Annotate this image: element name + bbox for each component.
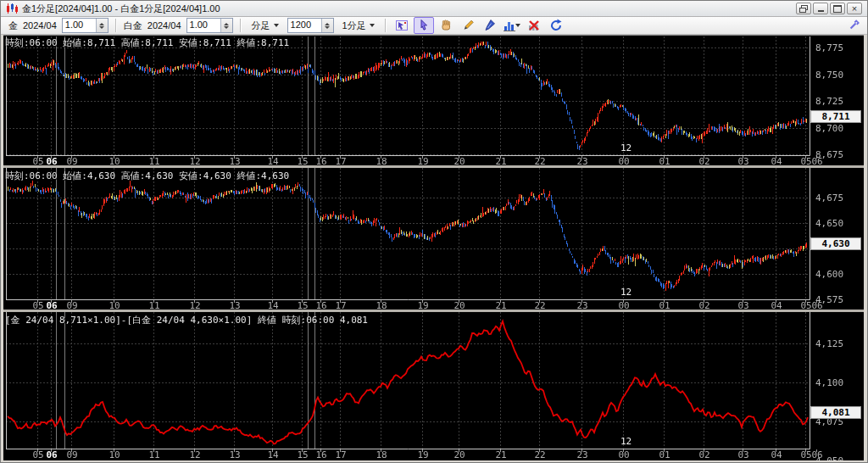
gold-multiplier-spinner[interactable]: 1.00 bbox=[62, 18, 108, 33]
pencil-draw-tool-button[interactable] bbox=[458, 17, 478, 34]
time-axis-label: 06 bbox=[807, 301, 827, 310]
time-axis-label: 23 bbox=[572, 301, 593, 310]
time-axis-label: 03 bbox=[733, 157, 754, 166]
window-title: 金1分足[2024/04]1.00 - 白金1分足[2024/04]1.00 bbox=[22, 3, 220, 15]
gold-multiplier-value[interactable]: 1.00 bbox=[63, 19, 96, 32]
float-window-button[interactable] bbox=[796, 3, 811, 14]
time-axis-label: 13 bbox=[225, 450, 245, 460]
window-controls: × bbox=[796, 3, 867, 14]
time-axis-label: 13 bbox=[225, 301, 245, 310]
y-axis-label: 8,750 bbox=[815, 70, 843, 80]
time-axis-label: 21 bbox=[491, 157, 511, 166]
price-charts-canvas[interactable] bbox=[3, 35, 864, 460]
close-button[interactable]: × bbox=[847, 3, 862, 14]
chart-window: 金1分足[2024/04]1.00 - 白金1分足[2024/04]1.00 ×… bbox=[0, 0, 868, 463]
y-axis-label: 8,725 bbox=[815, 97, 843, 106]
time-axis-label: 06 bbox=[807, 450, 827, 460]
y-axis-label: 4,100 bbox=[815, 378, 843, 388]
time-axis-label: 09 bbox=[62, 301, 82, 310]
minimize-button[interactable] bbox=[813, 3, 828, 14]
settings-wrench-icon[interactable] bbox=[848, 19, 860, 33]
bar-count-arrows[interactable] bbox=[321, 19, 333, 32]
crosshair-chart-icon bbox=[395, 19, 409, 32]
time-axis-label: 06 bbox=[42, 301, 62, 310]
chevron-down-icon bbox=[274, 24, 279, 27]
refresh-icon bbox=[549, 19, 563, 32]
clear-drawings-button[interactable] bbox=[524, 17, 544, 34]
chart-area: 時刻:06:00 始値:8,711 高値:8,711 安値:8,711 終値:8… bbox=[3, 35, 864, 460]
time-axis-label: 11 bbox=[144, 157, 164, 166]
time-axis-label: 04 bbox=[766, 157, 787, 166]
y-axis-label: 8,775 bbox=[815, 43, 843, 53]
time-axis-label: 17 bbox=[331, 157, 351, 166]
time-axis-label: 19 bbox=[413, 301, 433, 310]
toolbar-separator bbox=[385, 19, 387, 32]
time-axis-label: 06 bbox=[42, 450, 62, 460]
platinum-ohlc-readout: 時刻:06:00 始値:4,630 高値:4,630 安値:4,630 終値:4… bbox=[5, 170, 289, 182]
pointer-arrow-icon bbox=[417, 19, 431, 32]
time-axis-label: 09 bbox=[62, 450, 82, 460]
spread-readout: [金 24/04 8,711×1.00]-[白金 24/04 4,630×1.0… bbox=[5, 314, 368, 326]
gold-last-price-box: 8,711 bbox=[810, 110, 861, 123]
platinum-multiplier-value[interactable]: 1.00 bbox=[187, 19, 220, 32]
delete-x-icon bbox=[527, 19, 541, 32]
time-axis-label: 01 bbox=[654, 450, 675, 460]
time-axis-label: 21 bbox=[491, 301, 511, 310]
time-axis-label: 12 bbox=[185, 157, 205, 166]
time-axis-label: 19 bbox=[413, 450, 433, 460]
time-axis-label: 14 bbox=[263, 157, 283, 166]
time-axis-label: 13 bbox=[225, 157, 245, 166]
time-axis-label: 09 bbox=[62, 157, 82, 166]
y-axis-label: 4,125 bbox=[815, 339, 843, 349]
spread-last-price-box: 4,081 bbox=[810, 406, 861, 419]
time-axis-label: 00 bbox=[614, 301, 634, 310]
platinum-month-label: 2024/04 bbox=[147, 20, 181, 31]
candlestick-window-icon bbox=[5, 3, 19, 14]
time-axis-label: 16 bbox=[311, 301, 331, 310]
gold-label: 金 bbox=[8, 20, 18, 32]
bar-type-value: 分足 bbox=[252, 20, 270, 32]
time-axis-label: 10 bbox=[104, 450, 125, 460]
platinum-multiplier-spinner[interactable]: 1.00 bbox=[186, 18, 233, 33]
time-axis-label: 11 bbox=[144, 450, 164, 460]
chart-type-dropdown-button[interactable] bbox=[502, 17, 522, 34]
pan-hand-tool-button[interactable] bbox=[436, 17, 456, 34]
time-axis-label: 16 bbox=[311, 157, 331, 166]
time-axis-label: 18 bbox=[371, 157, 392, 166]
y-axis-label: 4,675 bbox=[815, 193, 843, 203]
bar-count-spinner[interactable]: 1200 bbox=[287, 18, 334, 33]
time-axis-label: 04 bbox=[766, 301, 787, 310]
time-axis-label: 02 bbox=[694, 301, 715, 310]
time-axis-label: 01 bbox=[654, 157, 675, 166]
fountain-pen-icon bbox=[483, 19, 497, 32]
pen-draw-tool-button[interactable] bbox=[480, 17, 500, 34]
platinum-last-price-box: 4,630 bbox=[810, 237, 861, 250]
refresh-button[interactable] bbox=[546, 17, 566, 34]
bar-count-value[interactable]: 1200 bbox=[288, 19, 321, 32]
y-axis-label: 4,650 bbox=[815, 219, 843, 228]
time-axis-label: 16 bbox=[311, 450, 331, 460]
pointer-tool-button[interactable] bbox=[414, 17, 434, 34]
gold-multiplier-arrows[interactable] bbox=[96, 19, 108, 32]
gold-ohlc-readout: 時刻:06:00 始値:8,711 高値:8,711 安値:8,711 終値:8… bbox=[5, 36, 289, 49]
titlebar[interactable]: 金1分足[2024/04]1.00 - 白金1分足[2024/04]1.00 × bbox=[1, 1, 867, 17]
time-axis-label: 23 bbox=[572, 157, 593, 166]
time-axis-label: 02 bbox=[694, 450, 715, 460]
bar-chart-icon bbox=[504, 19, 515, 32]
time-axis-label: 00 bbox=[614, 157, 634, 166]
crosshair-select-tool-button[interactable] bbox=[392, 17, 412, 34]
interval-dropdown[interactable]: 1分足 bbox=[338, 17, 379, 35]
time-axis-label: 23 bbox=[572, 450, 593, 460]
time-axis-label: 02 bbox=[694, 157, 715, 166]
time-axis-label: 20 bbox=[449, 450, 470, 460]
pencil-icon bbox=[461, 19, 475, 32]
toolbar: 金 2024/04 1.00 白金 2024/04 1.00 分足 1200 1… bbox=[1, 17, 867, 35]
maximize-button[interactable] bbox=[830, 3, 845, 14]
bar-type-dropdown[interactable]: 分足 bbox=[248, 17, 283, 35]
date-label: 12 bbox=[620, 143, 632, 153]
time-axis-label: 22 bbox=[530, 450, 550, 460]
hand-icon bbox=[439, 19, 453, 32]
platinum-multiplier-arrows[interactable] bbox=[220, 19, 232, 32]
chevron-down-icon bbox=[370, 24, 375, 27]
date-label: 12 bbox=[620, 287, 632, 297]
